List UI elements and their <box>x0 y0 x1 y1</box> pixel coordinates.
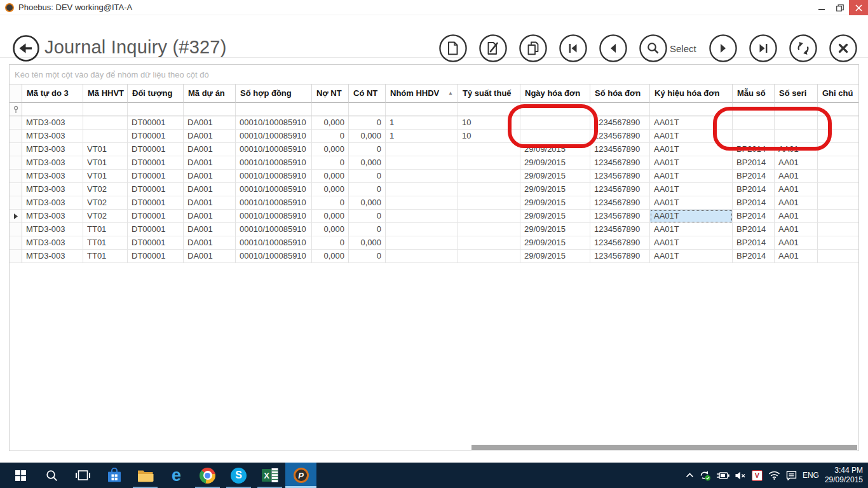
filter-cell-14[interactable] <box>818 103 859 116</box>
grid-cell[interactable]: AA01 <box>775 170 818 183</box>
column-header-13[interactable]: Số seri <box>775 85 818 103</box>
grid-cell[interactable]: 1234567890 <box>590 196 650 210</box>
next-record-button[interactable] <box>709 34 738 63</box>
grid-cell[interactable]: 0 <box>349 250 386 263</box>
grid-cell[interactable]: DA001 <box>184 156 236 170</box>
grid-cell[interactable]: 0 <box>349 143 386 156</box>
grid-cell[interactable]: 29/09/2015 <box>520 250 590 263</box>
grid-cell[interactable] <box>818 170 859 183</box>
taskbar-task-view-button[interactable] <box>67 463 98 488</box>
grid-cell[interactable] <box>818 116 859 130</box>
column-header-14[interactable]: Ghi chú <box>818 85 859 103</box>
grid-cell[interactable] <box>458 196 520 210</box>
grid-cell[interactable]: 29/09/2015 <box>520 143 590 156</box>
tray-volume-muted-icon[interactable] <box>735 471 746 480</box>
column-header-4[interactable]: Số hợp đồng <box>236 85 312 103</box>
grid-cell[interactable] <box>458 223 520 236</box>
grid-cell[interactable]: 00010/100085910 <box>236 210 312 223</box>
grid-cell[interactable]: 1 <box>386 116 458 130</box>
tray-wifi-icon[interactable] <box>768 471 780 480</box>
grid-cell[interactable]: DT00001 <box>128 170 184 183</box>
minimize-button[interactable] <box>812 0 831 15</box>
filter-cell-5[interactable] <box>312 103 349 116</box>
grid-cell[interactable]: 0 <box>349 170 386 183</box>
grid-cell[interactable]: VT01 <box>83 156 128 170</box>
taskbar-edge-button[interactable]: e <box>161 463 192 488</box>
grid-row-7[interactable]: MTD3-003VT02DT00001DA00100010/1000859100… <box>10 210 859 223</box>
grid-cell[interactable] <box>458 210 520 223</box>
grid-row-0[interactable]: MTD3-003DT00001DA00100010/1000859100,000… <box>10 116 859 130</box>
column-header-8[interactable]: Tỷ suất thuế <box>458 85 520 103</box>
column-header-11[interactable]: Ký hiệu hóa đơn <box>650 85 733 103</box>
grid-cell[interactable]: 0,000 <box>312 116 349 130</box>
taskbar-start-button[interactable] <box>5 463 36 488</box>
grid-row-10[interactable]: MTD3-003TT01DT00001DA00100010/1000859100… <box>10 250 859 263</box>
grid-cell[interactable] <box>818 223 859 236</box>
grid-cell[interactable]: 0,000 <box>312 143 349 156</box>
grid-row-5[interactable]: MTD3-003VT02DT00001DA00100010/1000859100… <box>10 183 859 196</box>
grid-cell[interactable]: 00010/100085910 <box>236 170 312 183</box>
filter-pin-icon[interactable] <box>10 103 22 116</box>
grid-cell[interactable]: AA01 <box>775 156 818 170</box>
taskbar-store-button[interactable] <box>98 463 130 488</box>
grid-cell[interactable] <box>818 210 859 223</box>
grid-cell[interactable]: TT01 <box>83 223 128 236</box>
tray-action-center-icon[interactable] <box>786 471 797 480</box>
grid-row-1[interactable]: MTD3-003DT00001DA00100010/10008591000,00… <box>10 130 859 143</box>
grid-cell[interactable] <box>818 183 859 196</box>
grid-cell[interactable]: MTD3-003 <box>22 170 83 183</box>
filter-cell-4[interactable] <box>236 103 312 116</box>
first-record-button[interactable] <box>559 34 588 63</box>
grid-cell[interactable]: AA01T <box>650 223 733 236</box>
grid-cell[interactable]: MTD3-003 <box>22 236 83 250</box>
selected-cell[interactable]: AA01T <box>650 210 733 223</box>
filter-cell-8[interactable] <box>458 103 520 116</box>
grid-cell[interactable]: AA01 <box>775 183 818 196</box>
grid-cell[interactable]: 0,000 <box>312 210 349 223</box>
grid-cell[interactable]: 00010/100085910 <box>236 196 312 210</box>
taskbar-phoebus-button[interactable]: P <box>285 463 316 488</box>
grid-cell[interactable]: AA01T <box>650 143 733 156</box>
copy-document-button[interactable] <box>519 34 548 63</box>
grid-cell[interactable] <box>386 223 458 236</box>
close-button[interactable] <box>849 0 868 15</box>
grid-cell[interactable]: 0 <box>312 130 349 143</box>
column-header-6[interactable]: Có NT <box>349 85 386 103</box>
filter-cell-1[interactable] <box>83 103 128 116</box>
grid-cell[interactable]: AA01T <box>650 156 733 170</box>
grid-cell[interactable] <box>520 130 590 143</box>
grid-cell[interactable]: DT00001 <box>128 183 184 196</box>
column-header-0[interactable]: Mã tự do 3 <box>22 85 83 103</box>
grid-cell[interactable]: 1234567890 <box>590 143 650 156</box>
grid-cell[interactable] <box>818 196 859 210</box>
grid-cell[interactable] <box>386 156 458 170</box>
grid-cell[interactable]: MTD3-003 <box>22 130 83 143</box>
grid-cell[interactable]: MTD3-003 <box>22 156 83 170</box>
grid-cell[interactable]: DT00001 <box>128 223 184 236</box>
new-document-button[interactable] <box>438 34 468 63</box>
filter-cell-6[interactable] <box>349 103 386 116</box>
grid-cell[interactable]: 29/09/2015 <box>520 183 590 196</box>
filter-cell-3[interactable] <box>184 103 236 116</box>
grid-cell[interactable]: 00010/100085910 <box>236 143 312 156</box>
grid-cell[interactable] <box>818 130 859 143</box>
grid-cell[interactable]: DA001 <box>184 250 236 263</box>
tray-chevron-up-icon[interactable] <box>686 473 694 478</box>
grid-cell[interactable]: BP2014 <box>733 223 775 236</box>
grid-cell[interactable] <box>386 183 458 196</box>
grid-cell[interactable]: MTD3-003 <box>22 116 83 130</box>
grid-cell[interactable]: 0 <box>312 236 349 250</box>
filter-cell-2[interactable] <box>128 103 184 116</box>
grid-cell[interactable]: 29/09/2015 <box>520 236 590 250</box>
grid-cell[interactable]: DT00001 <box>128 236 184 250</box>
grid-row-6[interactable]: MTD3-003VT02DT00001DA00100010/1000859100… <box>10 196 859 210</box>
column-header-9[interactable]: Ngày hóa đơn <box>520 85 590 103</box>
grid-cell[interactable]: 0 <box>349 210 386 223</box>
grid-cell[interactable]: BP2014 <box>733 250 775 263</box>
grid-cell[interactable]: 1234567890 <box>590 130 650 143</box>
grid-cell[interactable] <box>386 250 458 263</box>
taskbar-skype-button[interactable]: S <box>223 463 254 488</box>
grid-cell[interactable]: AA01T <box>650 250 733 263</box>
grid-cell[interactable]: 1234567890 <box>590 156 650 170</box>
grid-cell[interactable]: DA001 <box>184 130 236 143</box>
